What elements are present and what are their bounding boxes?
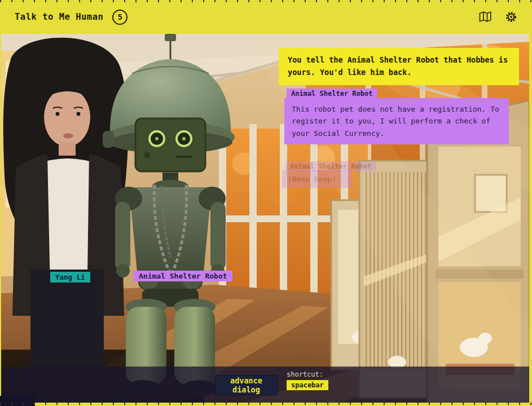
narration-box: You tell the Animal Shelter Robot that H…	[279, 48, 519, 85]
film-perforation-top	[0, 0, 532, 2]
previous-dialog-speaker-label: Animal Shelter Robot	[285, 161, 376, 171]
shortcut-key-badge: spacebar	[287, 380, 328, 390]
map-icon[interactable]	[479, 11, 491, 23]
shortcut-label: shortcut:	[287, 370, 328, 378]
header-bar: Talk to Me Human 5	[0, 0, 532, 34]
game-title: Talk to Me Human	[15, 12, 103, 22]
dialog-text-box: This robot pet does not have a registrat…	[284, 98, 509, 144]
character-tag-yang-li: Yang Li	[50, 272, 90, 283]
scene-image	[1, 34, 529, 403]
game-page: { "header": { "title": "Talk to Me Human…	[0, 0, 532, 406]
dialog-speaker-label: Animal Shelter Robot	[287, 89, 377, 99]
advance-dialog-button[interactable]: advance dialog	[215, 375, 278, 395]
character-tag-animal-shelter-robot: Animal Shelter Robot	[134, 271, 232, 281]
film-perforation-bottom	[0, 403, 532, 405]
shortcut-hint: shortcut: spacebar	[287, 370, 328, 390]
turn-counter-badge: 5	[112, 10, 127, 25]
previous-dialog-text-box: (Beep boop)	[282, 170, 352, 188]
footer-bar: advance dialog shortcut: spacebar	[1, 367, 529, 403]
gear-icon[interactable]	[505, 11, 517, 23]
